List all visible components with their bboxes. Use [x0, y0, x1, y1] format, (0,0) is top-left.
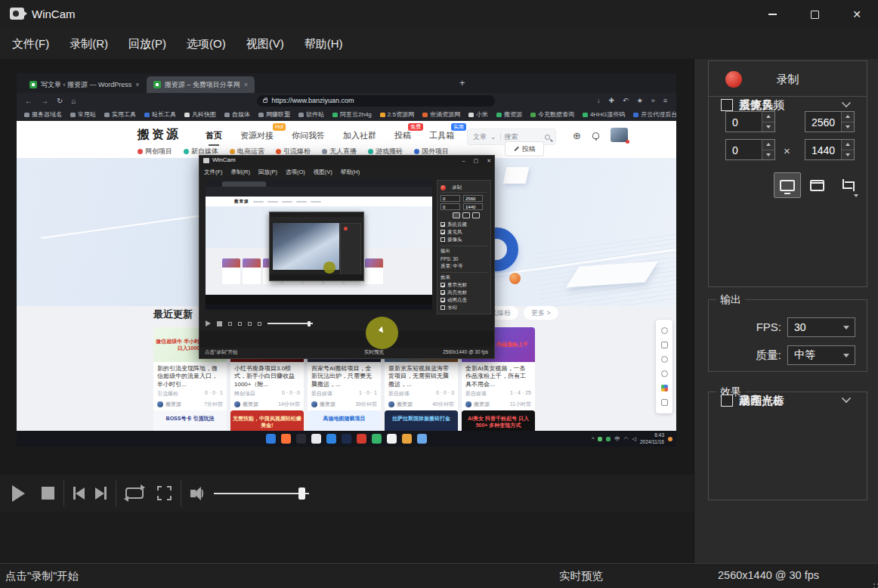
browser-action-icon[interactable]: ↶	[623, 97, 629, 104]
minimize-button[interactable]	[751, 0, 793, 29]
card-tag[interactable]: 网创项目	[234, 390, 255, 398]
input-language[interactable]: 中	[614, 435, 620, 443]
volume-slider[interactable]	[267, 323, 313, 324]
menu-item[interactable]: 回放(P)	[258, 169, 277, 176]
menu-item[interactable]: 帮助(H)	[305, 37, 343, 51]
card-tag[interactable]: 新自媒体	[311, 390, 332, 398]
source-toggle[interactable]: 系统音频	[441, 221, 487, 228]
effect-toggle[interactable]: 水印	[441, 304, 487, 311]
capture-region-button[interactable]	[833, 172, 860, 198]
address-bar[interactable]: https://www.banziyuan.com	[257, 95, 495, 107]
region-mode-icon[interactable]	[472, 212, 480, 218]
tray-app-icon[interactable]	[598, 437, 602, 441]
effect-toggle[interactable]: 显示光标	[441, 281, 487, 289]
region-height-input[interactable]: 1440	[463, 203, 483, 210]
card-tag[interactable]: 新自媒体	[465, 390, 487, 398]
fullscreen-button[interactable]	[157, 486, 172, 500]
new-tab-button[interactable]: +	[459, 77, 465, 88]
taskbar-app-icon[interactable]	[402, 434, 412, 444]
menu-item[interactable]: 回放(P)	[128, 37, 166, 51]
volume-slider[interactable]	[214, 493, 309, 494]
checkbox[interactable]	[441, 237, 445, 242]
source-toggle[interactable]: 摄像头	[441, 236, 487, 243]
menu-item[interactable]: 录制(R)	[70, 37, 108, 51]
site-nav-item[interactable]: 投稿 免费	[394, 130, 411, 141]
search-icon[interactable]	[661, 356, 668, 363]
menu-item[interactable]: 选项(O)	[286, 169, 305, 176]
add-icon[interactable]: ⊕	[573, 130, 581, 141]
region-height-stepper[interactable]: 1440	[805, 139, 855, 160]
bookmark-item[interactable]: 搬资源	[496, 110, 522, 119]
bookmark-item[interactable]: 自媒体	[224, 110, 250, 119]
play-button[interactable]	[12, 485, 25, 502]
stepper-down-icon[interactable]	[842, 122, 854, 132]
checkbox[interactable]	[441, 305, 445, 310]
bookmark-item[interactable]: 壹涵资源网	[422, 110, 460, 119]
menu-item[interactable]: 视图(V)	[246, 37, 284, 51]
bookmark-item[interactable]: 软件站	[298, 110, 324, 119]
checkbox[interactable]	[441, 230, 445, 234]
effect-toggle-row[interactable]: 水印	[721, 392, 857, 409]
stepper-up-icon[interactable]	[762, 140, 774, 150]
fps-select[interactable]: 30	[787, 317, 855, 337]
stepper-up-icon[interactable]	[842, 140, 854, 150]
browser-action-icon[interactable]: ↓	[597, 97, 601, 104]
volume-slider-thumb[interactable]	[298, 487, 305, 500]
site-logo[interactable]: 搬资源	[138, 127, 181, 143]
taskbar-app-icon[interactable]	[387, 434, 397, 444]
taskbar-app-icon[interactable]	[417, 434, 427, 444]
bookmark-item[interactable]: 服务器域名	[24, 110, 62, 119]
volume-icon[interactable]: ◁	[632, 436, 636, 442]
skip-start-icon[interactable]	[228, 322, 232, 326]
chevron-down-icon[interactable]	[842, 98, 850, 107]
headset-icon[interactable]	[661, 370, 668, 377]
forward-icon[interactable]: →	[41, 97, 48, 105]
reload-icon[interactable]: ↻	[57, 97, 63, 105]
menu-item[interactable]: 视图(V)	[314, 169, 332, 176]
stepper-down-icon[interactable]	[762, 150, 774, 160]
fullscreen-icon[interactable]	[258, 322, 261, 326]
menu-item[interactable]: 选项(O)	[187, 37, 226, 51]
skip-to-end-button[interactable]	[95, 487, 107, 500]
resize-grip[interactable]	[873, 583, 875, 585]
loop-icon[interactable]	[248, 322, 252, 326]
bookmark-item[interactable]: 凡科快图	[184, 110, 216, 119]
bookmark-item[interactable]: 2.5资源网	[380, 110, 414, 119]
bookmark-item[interactable]: 开云代理后台	[633, 110, 676, 119]
taskbar-app-icon[interactable]	[326, 434, 336, 444]
menu-item[interactable]: 文件(F)	[204, 169, 223, 176]
bookmark-item[interactable]: 阿里云2h4g	[332, 110, 372, 119]
maximize-button[interactable]	[793, 0, 836, 29]
site-nav-item[interactable]: 资源对接 Hot	[240, 130, 274, 141]
bookmark-item[interactable]: 实用工具	[104, 110, 136, 119]
bookmark-item[interactable]: 常用站	[70, 110, 96, 119]
region-y-stepper[interactable]: 0	[725, 139, 775, 160]
home-icon[interactable]: ⌂	[71, 97, 76, 105]
checkbox[interactable]	[441, 222, 445, 227]
screen-mode-icon[interactable]	[453, 212, 460, 218]
bookmark-item[interactable]: 今充数据查询	[530, 110, 574, 119]
user-avatar[interactable]	[611, 128, 628, 142]
browser-action-icon[interactable]: ✚	[609, 97, 615, 104]
notification-bell-icon[interactable]	[668, 437, 672, 441]
capture-screen-button[interactable]	[774, 172, 801, 198]
capture-window-button[interactable]	[803, 172, 830, 198]
taskbar-app-icon[interactable]	[372, 434, 382, 444]
browser-action-icon[interactable]: ★	[637, 97, 643, 104]
card-tag[interactable]: 引流爆粉	[157, 390, 178, 398]
stop-button[interactable]	[42, 487, 54, 500]
effect-toggle[interactable]: 高亮光标	[441, 289, 487, 296]
volume-button[interactable]	[190, 487, 203, 500]
taskbar-app-icon[interactable]	[357, 434, 366, 444]
source-toggle-row[interactable]: 摄像头	[721, 97, 857, 113]
back-icon[interactable]: ←	[25, 97, 32, 105]
region-width-stepper[interactable]: 2560	[805, 111, 855, 132]
play-icon[interactable]	[206, 320, 211, 326]
skip-to-start-button[interactable]	[73, 487, 85, 500]
loop-button[interactable]	[125, 487, 144, 499]
stop-icon[interactable]	[217, 321, 222, 326]
window-mode-icon[interactable]	[462, 212, 470, 218]
stepper-down-icon[interactable]	[842, 150, 854, 160]
taskbar-app-icon[interactable]	[281, 434, 291, 444]
region-y-input[interactable]: 0	[441, 203, 460, 210]
